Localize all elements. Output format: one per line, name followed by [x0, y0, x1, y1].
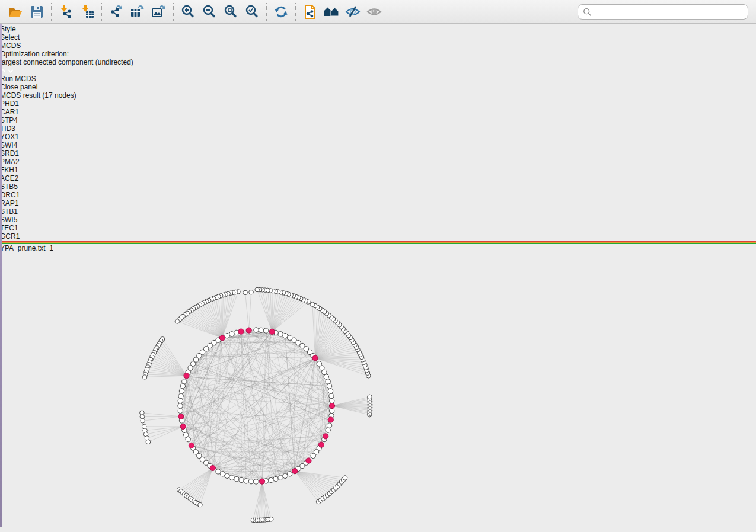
mcds-hub-node[interactable] — [312, 355, 318, 361]
import-table-button[interactable] — [76, 2, 98, 21]
mcds-hub-node[interactable] — [238, 329, 244, 334]
mcds-result-item[interactable]: ORC1 — [0, 191, 756, 199]
mcds-result-item[interactable]: TEC1 — [0, 224, 756, 232]
network-view-window: YPA_prune.txt_1 — [0, 241, 756, 532]
export-table-icon — [129, 4, 146, 20]
toolbar-separator — [266, 3, 267, 21]
mcds-result-item[interactable]: SRD1 — [0, 149, 756, 158]
mcds-result-item[interactable]: SWI5 — [0, 216, 756, 224]
zoom-in-icon — [180, 4, 196, 20]
mcds-hub-node[interactable] — [292, 469, 298, 474]
mcds-result-title: MCDS result (17 nodes) — [0, 91, 756, 100]
mcds-result-item[interactable]: ACE2 — [0, 174, 756, 182]
export-network-icon — [108, 4, 125, 20]
mcds-hub-node[interactable] — [323, 434, 328, 439]
mcds-result-item[interactable]: CAR1 — [0, 108, 756, 116]
optimization-criterion-dropdown[interactable]: largest connected component (undirected) — [0, 58, 756, 75]
mcds-hub-node[interactable] — [306, 458, 311, 463]
open-session-button[interactable] — [5, 2, 26, 21]
control-panel: Control Panel Network Style Select MCDS … — [0, 0, 756, 241]
houses-icon — [323, 4, 340, 20]
main-toolbar — [0, 0, 756, 24]
hide-selected-button[interactable] — [342, 2, 363, 21]
mcds-result-item[interactable]: SWI4 — [0, 141, 756, 149]
import-network-icon — [58, 4, 74, 20]
mcds-hub-node[interactable] — [259, 479, 264, 484]
search-field[interactable] — [578, 4, 748, 20]
mcds-result-list[interactable]: PHD1CAR1STP4TID3YOX1SWI4SRD1PMA2FKH1ACE2… — [0, 100, 756, 241]
desktop-wallpaper-bottom — [0, 527, 756, 532]
tab-select[interactable]: Select — [0, 33, 756, 41]
mcds-panel: Optimization criterion: largest connecte… — [0, 50, 756, 241]
optimization-criterion-label: Optimization criterion: — [0, 50, 756, 58]
save-floppy-icon — [29, 4, 44, 20]
refresh-icon — [273, 4, 289, 20]
export-table-button[interactable] — [127, 2, 148, 21]
network-document-icon — [302, 4, 318, 20]
export-image-button[interactable] — [148, 2, 170, 21]
toolbar-separator — [51, 3, 52, 21]
export-network-button[interactable] — [106, 2, 127, 21]
zoom-out-button[interactable] — [199, 2, 220, 21]
dropdown-selected-value: largest connected component (undirected) — [0, 58, 756, 66]
mcds-hub-node[interactable] — [318, 442, 324, 447]
mcds-result-groupbox: MCDS result (17 nodes) PHD1CAR1STP4TID3Y… — [0, 91, 756, 241]
mcds-result-item[interactable]: STP4 — [0, 116, 756, 124]
mcds-result-item[interactable]: RAP1 — [0, 199, 756, 207]
mcds-hub-node[interactable] — [246, 328, 251, 333]
tab-style[interactable]: Style — [0, 25, 756, 33]
mcds-hub-node[interactable] — [329, 403, 334, 408]
mcds-hub-node[interactable] — [178, 414, 184, 419]
dropdown-stepper-icon — [0, 66, 756, 75]
mcds-hub-node[interactable] — [328, 417, 333, 422]
search-input[interactable] — [595, 6, 743, 18]
close-panel-button[interactable]: Close panel — [0, 83, 756, 91]
eye-slash-icon — [344, 4, 362, 20]
mcds-hub-node[interactable] — [210, 465, 215, 470]
zoom-selected-icon — [244, 4, 260, 20]
network-graph[interactable] — [0, 252, 515, 532]
zoom-out-icon — [201, 4, 218, 20]
mcds-hub-node[interactable] — [184, 373, 189, 379]
mcds-result-item[interactable]: YOX1 — [0, 133, 756, 141]
mcds-result-item[interactable]: PHD1 — [0, 100, 756, 108]
mcds-hub-node[interactable] — [219, 335, 225, 341]
mcds-hub-node[interactable] — [189, 443, 194, 448]
mcds-result-items: PHD1CAR1STP4TID3YOX1SWI4SRD1PMA2FKH1ACE2… — [0, 100, 756, 241]
open-folder-icon — [8, 4, 23, 20]
mcds-result-item[interactable]: GCR1 — [0, 232, 756, 241]
eye-icon — [365, 4, 383, 20]
export-image-icon — [151, 4, 167, 20]
import-network-button[interactable] — [55, 2, 76, 21]
mcds-hub-node[interactable] — [269, 329, 275, 334]
first-neighbors-button[interactable] — [321, 2, 342, 21]
zoom-selected-button[interactable] — [241, 2, 263, 21]
zoom-fit-icon — [222, 4, 239, 20]
mcds-result-item[interactable]: STB5 — [0, 182, 756, 191]
desktop-wallpaper-left — [0, 24, 2, 527]
import-table-icon — [79, 4, 95, 20]
mcds-hub-node[interactable] — [180, 424, 186, 429]
mcds-result-item[interactable]: PMA2 — [0, 158, 756, 166]
toolbar-separator — [173, 3, 174, 21]
toolbar-separator — [101, 3, 102, 21]
mcds-result-item[interactable]: FKH1 — [0, 166, 756, 174]
zoom-fit-button[interactable] — [220, 2, 241, 21]
mcds-result-item[interactable]: STB1 — [0, 207, 756, 216]
search-icon — [583, 8, 592, 17]
network-document-button[interactable] — [299, 2, 321, 21]
run-mcds-button[interactable]: Run MCDS — [0, 75, 756, 83]
tab-mcds[interactable]: MCDS — [0, 41, 756, 50]
network-canvas[interactable] — [0, 252, 756, 532]
mcds-result-item[interactable]: TID3 — [0, 124, 756, 133]
save-session-button[interactable] — [26, 2, 47, 21]
zoom-in-button[interactable] — [177, 2, 199, 21]
network-window-title: YPA_prune.txt_1 — [0, 244, 756, 252]
toolbar-separator — [295, 3, 296, 21]
network-window-titlebar[interactable]: YPA_prune.txt_1 — [0, 241, 756, 252]
refresh-button[interactable] — [270, 2, 292, 21]
show-all-button[interactable] — [363, 2, 385, 21]
